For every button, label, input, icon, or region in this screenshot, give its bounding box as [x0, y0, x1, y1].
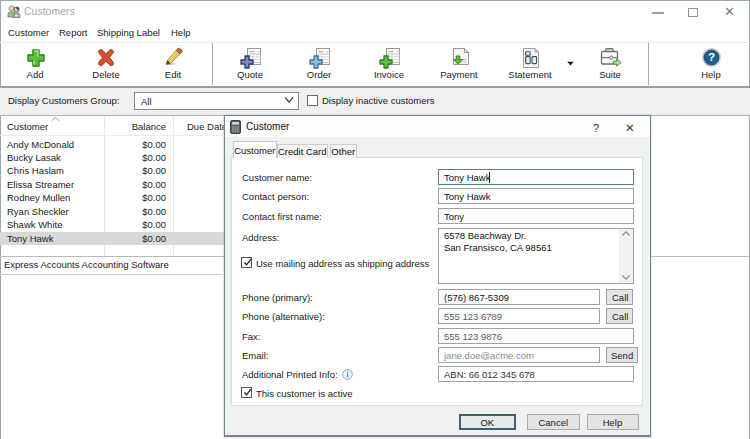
- svg-text:?: ?: [708, 51, 715, 63]
